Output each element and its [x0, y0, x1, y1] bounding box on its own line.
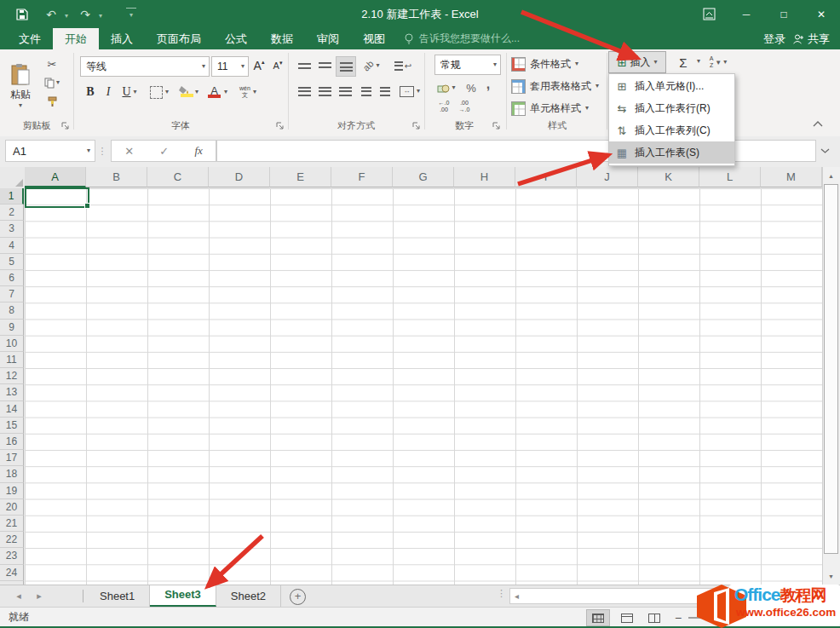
column-header-J[interactable]: J [577, 167, 638, 187]
align-top-button[interactable] [295, 56, 314, 75]
row-header-11[interactable]: 11 [0, 352, 24, 368]
column-header-M[interactable]: M [761, 167, 822, 187]
column-header-L[interactable]: L [699, 167, 761, 187]
row-header-22[interactable]: 22 [0, 532, 24, 548]
percent-style-button[interactable]: % [463, 78, 479, 97]
row-header-19[interactable]: 19 [0, 483, 24, 499]
sort-filter-button[interactable]: AZ ▼ ▾ [705, 53, 731, 72]
align-center-button[interactable] [315, 82, 334, 101]
shrink-font-button[interactable]: A▾ [269, 56, 286, 75]
column-header-K[interactable]: K [638, 167, 699, 187]
paste-button[interactable]: 粘贴 ▾ [5, 55, 36, 118]
column-header-F[interactable]: F [331, 167, 393, 187]
tab-审阅[interactable]: 审阅 [305, 28, 351, 49]
zoom-out-button[interactable]: − [671, 608, 685, 627]
styles-button-0[interactable]: 条件格式▾ [511, 53, 607, 75]
tab-插入[interactable]: 插入 [99, 28, 145, 49]
menu-item-3[interactable]: 插入工作表(S) [609, 141, 734, 164]
cells-grid[interactable] [25, 188, 822, 585]
row-header-17[interactable]: 17 [0, 450, 24, 466]
menu-item-0[interactable]: 插入单元格(I)... [609, 75, 734, 97]
new-sheet-button[interactable]: + [290, 589, 306, 605]
row-header-12[interactable]: 12 [0, 368, 24, 384]
row-header-2[interactable]: 2 [0, 205, 24, 221]
minimize-button[interactable]: ─ [728, 0, 765, 28]
increase-indent-button[interactable] [377, 82, 394, 101]
column-header-A[interactable]: A [25, 167, 86, 187]
row-header-10[interactable]: 10 [0, 336, 24, 352]
next-sheet-button[interactable]: ▸ [31, 585, 48, 607]
maximize-button[interactable]: □ [765, 0, 803, 28]
row-header-14[interactable]: 14 [0, 401, 24, 418]
alignment-dialog-launcher[interactable] [412, 121, 422, 130]
fill-handle[interactable] [84, 203, 90, 209]
tab-页面布局[interactable]: 页面布局 [145, 28, 213, 49]
bold-button[interactable]: B [82, 82, 99, 102]
phonetic-guide-button[interactable]: wén文 ▾ [235, 82, 261, 102]
name-box-splitter[interactable]: ⋮ [97, 143, 107, 158]
row-header-16[interactable]: 16 [0, 434, 24, 450]
menu-item-2[interactable]: 插入工作表列(C) [609, 119, 734, 141]
fill-color-button[interactable]: ▾ [175, 82, 201, 102]
cut-button[interactable]: ✂ [39, 56, 65, 72]
orientation-button[interactable]: ab ▾ [358, 56, 385, 75]
styles-button-1[interactable]: 套用表格格式▾ [511, 75, 607, 97]
underline-button[interactable]: U ▾ [118, 82, 141, 102]
row-header-24[interactable]: 24 [0, 565, 24, 581]
font-name-combo[interactable]: 等线 ▾ [80, 56, 210, 77]
row-header-20[interactable]: 20 [0, 499, 24, 516]
tab-公式[interactable]: 公式 [213, 28, 259, 49]
tab-文件[interactable]: 文件 [7, 28, 53, 49]
row-header-3[interactable]: 3 [0, 221, 24, 237]
scroll-left-button[interactable]: ◂ [515, 591, 519, 601]
sheet-tab-Sheet2[interactable]: Sheet2 [216, 585, 281, 607]
row-header-15[interactable]: 15 [0, 418, 24, 434]
vertical-scroll-thumb[interactable] [824, 184, 838, 554]
italic-button[interactable]: I [101, 82, 116, 102]
align-right-button[interactable] [336, 82, 354, 101]
autosum-caret[interactable]: ▾ [693, 58, 704, 65]
decrease-decimal-button[interactable]: .00→.0 [455, 99, 474, 114]
row-header-21[interactable]: 21 [0, 516, 24, 532]
merge-center-button[interactable]: ↔ ▾ [397, 82, 423, 101]
row-header-4[interactable]: 4 [0, 238, 24, 254]
prev-sheet-button[interactable]: ◂ [10, 585, 27, 607]
page-layout-view-button[interactable] [615, 609, 639, 626]
scroll-up-button[interactable]: ▲ [822, 169, 840, 182]
align-bottom-button[interactable] [336, 56, 356, 77]
wrap-text-button[interactable]: ↩ [390, 56, 416, 75]
decrease-indent-button[interactable] [358, 82, 375, 101]
align-left-button[interactable] [295, 82, 314, 101]
ribbon-display-options-button[interactable] [690, 0, 728, 28]
row-header-6[interactable]: 6 [0, 270, 24, 286]
name-box[interactable]: A1 ▾ [5, 140, 95, 162]
column-header-I[interactable]: I [515, 167, 577, 187]
row-header-7[interactable]: 7 [0, 286, 24, 302]
clipboard-dialog-launcher[interactable] [61, 121, 71, 130]
column-header-G[interactable]: G [393, 167, 454, 187]
selected-cell-a1[interactable] [25, 187, 89, 208]
insert-cells-dropdown-button[interactable]: ⊞ 插入 ▾ [608, 51, 666, 73]
tab-数据[interactable]: 数据 [259, 28, 305, 49]
row-header-18[interactable]: 18 [0, 466, 24, 482]
number-dialog-launcher[interactable] [492, 121, 502, 130]
borders-button[interactable]: ▾ [147, 82, 172, 102]
font-size-combo[interactable]: 11 ▾ [211, 56, 249, 77]
enter-entry-button[interactable]: ✓ [159, 145, 169, 158]
tab-视图[interactable]: 视图 [351, 28, 397, 49]
scroll-down-button[interactable]: ▼ [822, 569, 840, 583]
column-header-D[interactable]: D [209, 167, 270, 187]
column-header-B[interactable]: B [86, 167, 147, 187]
font-color-button[interactable]: A ▾ [204, 82, 230, 102]
cancel-entry-button[interactable]: ✕ [124, 145, 134, 158]
format-painter-button[interactable] [39, 94, 65, 109]
share-button[interactable]: 共享 [787, 28, 835, 49]
close-button[interactable]: ✕ [803, 0, 840, 28]
hscroll-splitter[interactable]: ⋮ [497, 588, 506, 599]
tab-开始[interactable]: 开始 [53, 28, 99, 49]
increase-decimal-button[interactable]: ←.0.00 [434, 99, 453, 114]
sheet-tab-Sheet3[interactable]: Sheet3 [150, 585, 216, 607]
font-dialog-launcher[interactable] [276, 121, 285, 130]
copy-button[interactable]: ▾ [39, 75, 65, 90]
collapse-ribbon-button[interactable] [809, 118, 826, 130]
